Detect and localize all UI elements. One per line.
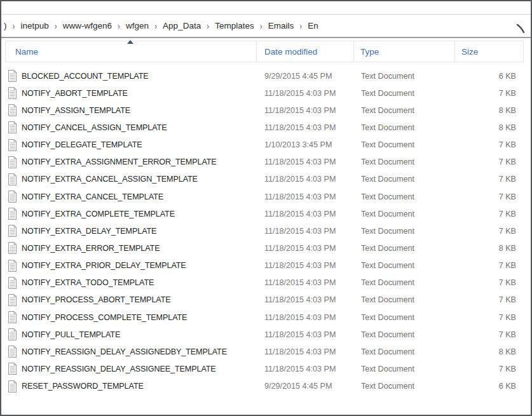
column-header-size-label: Size [461,47,478,57]
file-row[interactable]: NOTIFY_EXTRA_CANCEL_ASSIGN_TEMPLATE 11/1… [1,171,529,188]
file-type: Text Document [355,295,456,304]
breadcrumb-item-app_data[interactable]: App_Data [163,21,201,30]
file-type: Text Document [355,175,456,184]
file-type: Text Document [355,106,456,115]
sort-ascending-icon [127,40,133,44]
file-row[interactable]: NOTIFY_EXTRA_ASSIGNMENT_ERROR_TEMPLATE 1… [1,154,529,171]
breadcrumb-separator-icon: › [55,20,57,32]
breadcrumb: ) ›inetpub›www-wfgen6›wfgen›App_Data›Tem… [1,14,531,38]
file-type: Text Document [355,89,456,98]
breadcrumb-separator-icon: › [154,20,157,32]
file-row[interactable]: NOTIFY_EXTRA_TODO_TEMPLATE 11/18/2015 4:… [1,274,529,292]
text-document-icon [8,70,17,82]
file-type: Text Document [355,72,456,81]
file-name: NOTIFY_EXTRA_ASSIGNMENT_ERROR_TEMPLATE [22,158,217,166]
breadcrumb-item-en[interactable]: En [308,21,318,30]
column-header-name[interactable]: Name [5,41,257,62]
file-size: 7 KB [456,175,516,184]
file-row[interactable]: BLOCKED_ACCOUNT_TEMPLATE 9/29/2015 4:45 … [1,67,529,84]
file-type: Text Document [355,382,456,391]
file-row[interactable]: NOTIFY_PROCESS_ABORT_TEMPLATE 11/18/2015… [1,292,529,309]
file-type: Text Document [355,347,456,356]
file-date-modified: 11/18/2015 4:03 PM [257,89,355,98]
text-document-icon [8,173,17,185]
breadcrumb-item-wfgen[interactable]: wfgen [126,21,149,30]
column-header-date-modified-label: Date modified [264,47,317,57]
file-row[interactable]: NOTIFY_REASSIGN_DELAY_ASSIGNEE_TEMPLATE … [1,360,529,377]
breadcrumb-separator-icon: › [118,20,120,32]
breadcrumb-items: ›inetpub›www-wfgen6›wfgen›App_Data›Templ… [7,21,318,30]
file-row[interactable]: NOTIFY_EXTRA_PRIOR_DELAY_TEMPLATE 11/18/… [1,257,529,274]
file-size: 8 KB [456,244,516,253]
text-document-icon [8,328,17,340]
file-size: 7 KB [456,210,516,218]
file-name: NOTIFY_PROCESS_ABORT_TEMPLATE [22,295,171,304]
file-type: Text Document [355,330,456,339]
file-date-modified: 11/18/2015 4:03 PM [257,192,355,201]
file-row[interactable]: NOTIFY_PROCESS_COMPLETE_TEMPLATE 11/18/2… [1,309,529,326]
file-date-modified: 11/18/2015 4:03 PM [257,210,355,218]
file-name: NOTIFY_EXTRA_DELAY_TEMPLATE [22,227,156,236]
breadcrumb-item-www-wfgen6[interactable]: www-wfgen6 [63,21,112,30]
file-size: 6 KB [456,72,516,81]
file-date-modified: 11/18/2015 4:03 PM [257,158,355,166]
file-type: Text Document [355,123,456,132]
file-date-modified: 9/29/2015 4:45 PM [257,382,355,391]
breadcrumb-item-templates[interactable]: Templates [215,21,254,30]
file-row[interactable]: NOTIFY_EXTRA_DELAY_TEMPLATE 11/18/2015 4… [1,222,529,239]
file-type: Text Document [355,278,456,287]
file-size: 7 KB [456,158,516,166]
file-size: 7 KB [456,261,516,270]
file-size: 7 KB [456,365,516,373]
file-type: Text Document [355,313,456,322]
column-header-type-label: Type [360,47,379,57]
file-row[interactable]: NOTIFY_EXTRA_ERROR_TEMPLATE 11/18/2015 4… [1,239,529,257]
breadcrumb-item-inetpub[interactable]: inetpub [21,21,49,30]
column-header-date-modified[interactable]: Date modified [256,41,354,62]
file-row[interactable]: NOTIFY_CANCEL_ASSIGN_TEMPLATE 11/18/2015… [1,119,529,136]
breadcrumb-item-emails[interactable]: Emails [268,21,294,30]
file-date-modified: 11/18/2015 4:03 PM [257,347,355,356]
file-size: 7 KB [456,278,516,287]
text-document-icon [8,311,17,323]
file-list: BLOCKED_ACCOUNT_TEMPLATE 9/29/2015 4:45 … [1,67,529,395]
file-date-modified: 11/18/2015 4:03 PM [257,295,355,304]
file-row[interactable]: NOTIFY_REASSIGN_DELAY_ASSIGNEDBY_TEMPLAT… [1,343,529,360]
file-size: 7 KB [456,313,516,322]
file-date-modified: 1/10/2013 3:45 PM [257,140,355,149]
file-row[interactable]: NOTIFY_PULL_TEMPLATE 11/18/2015 4:03 PM … [1,326,529,343]
file-type: Text Document [355,261,456,270]
file-type: Text Document [355,140,456,149]
file-date-modified: 11/18/2015 4:03 PM [257,330,355,339]
file-type: Text Document [355,365,456,373]
file-explorer-window: ) ›inetpub›www-wfgen6›wfgen›App_Data›Tem… [0,0,532,416]
file-name: NOTIFY_REASSIGN_DELAY_ASSIGNEE_TEMPLATE [22,365,216,373]
file-type: Text Document [355,227,456,236]
file-row[interactable]: NOTIFY_DELEGATE_TEMPLATE 1/10/2013 3:45 … [1,137,529,154]
file-row[interactable]: NOTIFY_ABORT_TEMPLATE 11/18/2015 4:03 PM… [1,84,529,102]
file-row[interactable]: NOTIFY_EXTRA_CANCEL_TEMPLATE 11/18/2015 … [1,188,529,205]
column-header-type[interactable]: Type [353,41,455,62]
text-document-icon [8,139,17,151]
file-row[interactable]: NOTIFY_ASSIGN_TEMPLATE 11/18/2015 4:03 P… [1,102,529,119]
text-document-icon [8,156,17,168]
breadcrumb-separator-icon: › [299,20,302,32]
file-size: 7 KB [456,227,516,236]
breadcrumb-separator-icon: › [207,20,209,32]
file-name: NOTIFY_EXTRA_CANCEL_TEMPLATE [22,192,163,201]
file-size: 7 KB [456,330,516,339]
text-document-icon [8,87,17,99]
file-size: 7 KB [456,89,516,98]
file-row[interactable]: RESET_PASSWORD_TEMPLATE 9/29/2015 4:45 P… [1,378,529,395]
file-date-modified: 11/18/2015 4:03 PM [257,278,355,287]
file-type: Text Document [355,210,456,218]
file-size: 7 KB [456,140,516,149]
column-headers: Name Date modified Type Size [5,41,524,62]
breadcrumb-separator-icon: › [13,20,15,32]
file-name: NOTIFY_ABORT_TEMPLATE [22,89,128,98]
file-type: Text Document [355,158,456,166]
column-header-size[interactable]: Size [454,41,524,62]
file-row[interactable]: NOTIFY_EXTRA_COMPLETE_TEMPLATE 11/18/201… [1,205,529,222]
file-name: NOTIFY_CANCEL_ASSIGN_TEMPLATE [22,123,167,132]
file-name: NOTIFY_EXTRA_TODO_TEMPLATE [22,278,154,287]
